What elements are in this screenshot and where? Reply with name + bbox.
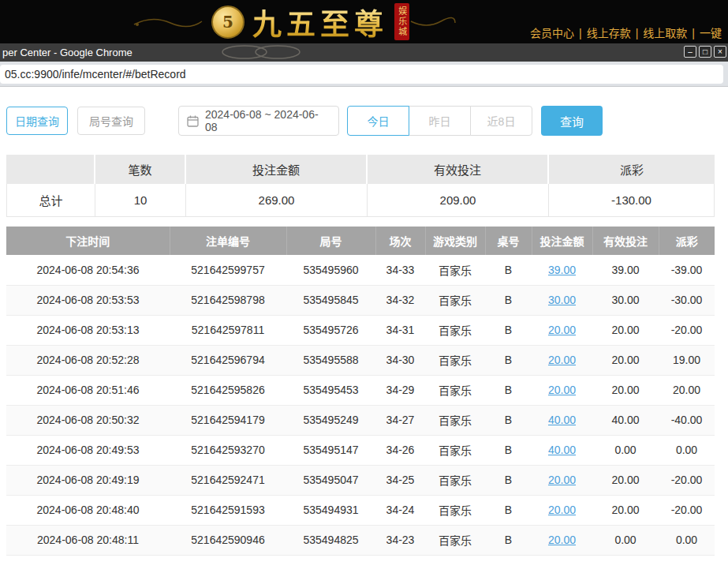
- nav-separator: |: [579, 27, 582, 39]
- record-cell-valid: 40.00: [592, 405, 659, 435]
- record-cell-order: 521642598798: [170, 285, 286, 315]
- record-cell-table: B: [485, 435, 532, 465]
- record-cell-game: 百家乐: [425, 345, 485, 375]
- window-title: per Center - Google Chrome: [0, 47, 133, 58]
- bet-amount-link[interactable]: 20.00: [548, 324, 576, 336]
- bet-amount-link[interactable]: 20.00: [548, 384, 576, 396]
- summary-column-header: 投注金额: [186, 155, 368, 184]
- record-cell-session: 34-32: [375, 285, 425, 315]
- record-cell-valid: 20.00: [592, 375, 659, 405]
- records-column-header: 派彩: [659, 227, 715, 255]
- search-button[interactable]: 查询: [541, 106, 603, 136]
- record-cell-valid: 30.00: [592, 285, 659, 315]
- last8days-button[interactable]: 近8日: [470, 106, 532, 136]
- record-cell-game: 百家乐: [425, 255, 485, 285]
- record-cell-time: 2024-06-08 20:48:40: [6, 495, 170, 525]
- summary-header-row: 笔数 投注金额 有效投注 派彩: [6, 155, 715, 184]
- records-column-header: 下注时间: [6, 227, 170, 255]
- restore-button[interactable]: □: [699, 46, 711, 58]
- today-button[interactable]: 今日: [347, 106, 409, 136]
- record-cell-valid: 0.00: [592, 435, 659, 465]
- summary-total-label: 总计: [6, 184, 95, 217]
- bet-amount-link[interactable]: 30.00: [548, 294, 576, 306]
- url-input[interactable]: 05.cc:9900/infe/mcenter/#/betRecord: [0, 65, 723, 84]
- record-cell-session: 34-27: [375, 405, 425, 435]
- record-cell-round: 535494825: [286, 525, 375, 555]
- records-body: 2024-06-08 20:54:36521642599757535495960…: [6, 255, 715, 555]
- bet-amount-link[interactable]: 40.00: [548, 444, 576, 456]
- record-cell-payout: 0.00: [659, 525, 715, 555]
- record-row: 2024-06-08 20:50:32521642594179535495249…: [6, 405, 715, 435]
- record-cell-round: 535494931: [286, 495, 375, 525]
- address-bar: 05.cc:9900/infe/mcenter/#/betRecord: [0, 62, 728, 87]
- record-cell-bet: 39.00: [532, 255, 592, 285]
- record-cell-bet: 40.00: [532, 405, 592, 435]
- record-cell-game: 百家乐: [425, 405, 485, 435]
- record-cell-round: 535495453: [286, 375, 375, 405]
- yesterday-button[interactable]: 昨日: [409, 106, 471, 136]
- banner-link[interactable]: 线上存款: [587, 27, 631, 39]
- record-cell-table: B: [485, 315, 532, 345]
- minimize-button[interactable]: –: [684, 46, 696, 58]
- bet-amount-link[interactable]: 39.00: [548, 264, 576, 276]
- record-cell-payout: -20.00: [659, 495, 715, 525]
- record-cell-table: B: [485, 285, 532, 315]
- banner-link[interactable]: 会员中心: [530, 27, 574, 39]
- bet-amount-link[interactable]: 40.00: [548, 414, 576, 426]
- record-cell-payout: 19.00: [659, 345, 715, 375]
- record-cell-order: 521642591593: [170, 495, 286, 525]
- summary-total-row: 总计 10 269.00 209.00 -130.00: [6, 184, 715, 217]
- record-cell-payout: -40.00: [659, 405, 715, 435]
- record-cell-table: B: [485, 495, 532, 525]
- record-cell-bet: 40.00: [532, 435, 592, 465]
- summary-table: 笔数 投注金额 有效投注 派彩 总计 10 269.00 209.00 -130…: [6, 155, 715, 217]
- round-query-tab[interactable]: 局号查询: [77, 107, 145, 135]
- bet-amount-link[interactable]: 20.00: [548, 474, 576, 486]
- record-cell-round: 535495147: [286, 435, 375, 465]
- record-cell-game: 百家乐: [425, 525, 485, 555]
- record-cell-valid: 20.00: [592, 495, 659, 525]
- filter-bar: 日期查询 局号查询 2024-06-08 ~ 2024-06-08 今日 昨日 …: [6, 106, 728, 136]
- window-controls: – □ ×: [684, 46, 726, 58]
- banner-link[interactable]: 一键: [700, 27, 722, 39]
- bet-amount-link[interactable]: 20.00: [548, 534, 576, 546]
- record-row: 2024-06-08 20:53:13521642597811535495726…: [6, 315, 715, 345]
- date-range-value: 2024-06-08 ~ 2024-06-08: [205, 108, 330, 133]
- record-cell-session: 34-30: [375, 345, 425, 375]
- date-query-tab[interactable]: 日期查询: [6, 107, 68, 135]
- bet-amount-link[interactable]: 20.00: [548, 354, 576, 366]
- record-cell-valid: 20.00: [592, 315, 659, 345]
- record-cell-session: 34-26: [375, 435, 425, 465]
- record-cell-table: B: [485, 525, 532, 555]
- banner-link[interactable]: 线上取款: [643, 27, 687, 39]
- summary-column-header: 派彩: [549, 155, 715, 184]
- site-banner: 5 九五至尊 娱乐城 会员中心|线上存款|线上取款|一键: [0, 0, 728, 43]
- flourish-right-icon: [409, 13, 457, 31]
- record-cell-table: B: [485, 405, 532, 435]
- bet-amount-link[interactable]: 20.00: [548, 504, 576, 516]
- record-cell-game: 百家乐: [425, 315, 485, 345]
- record-cell-game: 百家乐: [425, 465, 485, 495]
- nav-separator: |: [636, 27, 639, 39]
- records-column-header: 有效投注: [592, 227, 659, 255]
- screen: 5 九五至尊 娱乐城 会员中心|线上存款|线上取款|一键 per Center …: [0, 0, 728, 573]
- record-row: 2024-06-08 20:48:11521642590946535494825…: [6, 525, 715, 555]
- record-cell-bet: 20.00: [532, 495, 592, 525]
- record-cell-time: 2024-06-08 20:51:46: [6, 375, 170, 405]
- record-cell-payout: -30.00: [659, 285, 715, 315]
- record-cell-time: 2024-06-08 20:49:19: [6, 465, 170, 495]
- date-range-picker[interactable]: 2024-06-08 ~ 2024-06-08: [178, 106, 339, 136]
- record-cell-round: 535495726: [286, 315, 375, 345]
- summary-valid-bet: 209.00: [368, 184, 549, 217]
- record-cell-time: 2024-06-08 20:48:11: [6, 525, 170, 555]
- record-cell-round: 535495960: [286, 255, 375, 285]
- logo-text: 九五至尊: [252, 1, 388, 43]
- record-cell-time: 2024-06-08 20:52:28: [6, 345, 170, 375]
- record-row: 2024-06-08 20:53:53521642598798535495845…: [6, 285, 715, 315]
- record-cell-session: 34-29: [375, 375, 425, 405]
- records-header-row: 下注时间注单编号局号场次游戏类别桌号投注金额有效投注派彩: [6, 227, 715, 255]
- record-row: 2024-06-08 20:52:28521642596794535495588…: [6, 345, 715, 375]
- record-cell-order: 521642592471: [170, 465, 286, 495]
- close-button[interactable]: ×: [714, 46, 726, 58]
- record-cell-session: 34-33: [375, 255, 425, 285]
